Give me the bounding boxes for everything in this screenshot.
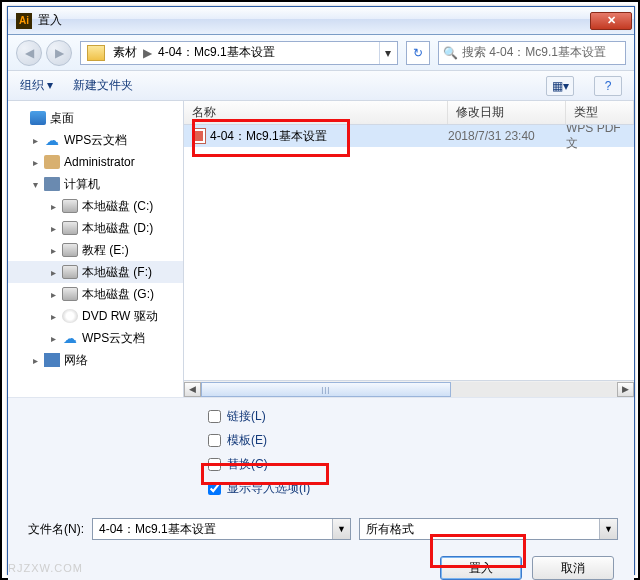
expand-icon[interactable]: ▾ xyxy=(30,179,40,190)
file-name: 4-04：Mc9.1基本设置 xyxy=(210,128,327,145)
back-button[interactable]: ◀ xyxy=(16,40,42,66)
tree-node[interactable]: ▸本地磁盘 (F:) xyxy=(8,261,183,283)
cancel-button[interactable]: 取消 xyxy=(532,556,614,580)
pdf-icon xyxy=(192,128,206,144)
file-date: 2018/7/31 23:40 xyxy=(448,129,566,143)
file-area: 名称 修改日期 类型 4-04：Mc9.1基本设置2018/7/31 23:40… xyxy=(184,101,634,397)
expand-icon[interactable]: ▸ xyxy=(48,245,58,256)
tree-node[interactable]: ▸本地磁盘 (C:) xyxy=(8,195,183,217)
filename-input[interactable]: 4-04：Mc9.1基本设置 ▼ xyxy=(92,518,351,540)
place-button[interactable]: 置入 xyxy=(440,556,522,580)
tree-node[interactable]: 桌面 xyxy=(8,107,183,129)
expand-icon[interactable]: ▸ xyxy=(48,267,58,278)
scroll-right[interactable]: ▶ xyxy=(617,382,634,397)
drive-icon xyxy=(62,199,78,213)
tree-node[interactable]: ▸Administrator xyxy=(8,151,183,173)
tree-label: 桌面 xyxy=(50,110,74,127)
tree-label: Administrator xyxy=(64,155,135,169)
template-checkbox[interactable]: 模板(E) xyxy=(208,428,634,452)
tree-label: 计算机 xyxy=(64,176,100,193)
filter-dropdown[interactable]: ▼ xyxy=(599,519,617,539)
expand-icon[interactable]: ▸ xyxy=(30,157,40,168)
toolbar: 组织 ▾ 新建文件夹 ▦▾ ? xyxy=(8,71,634,101)
crumb-2[interactable]: 4-04：Mc9.1基本设置 xyxy=(154,44,279,61)
new-folder-button[interactable]: 新建文件夹 xyxy=(73,77,133,94)
link-check[interactable] xyxy=(208,410,221,423)
help-button[interactable]: ? xyxy=(594,76,622,96)
col-type[interactable]: 类型 xyxy=(566,101,634,124)
tree-label: 本地磁盘 (D:) xyxy=(82,220,153,237)
tree-node[interactable]: ▸本地磁盘 (D:) xyxy=(8,217,183,239)
filename-label: 文件名(N): xyxy=(24,521,84,538)
tree-label: WPS云文档 xyxy=(64,132,127,149)
dvd-icon xyxy=(62,309,78,323)
filename-dropdown[interactable]: ▼ xyxy=(332,519,350,539)
tree-node[interactable]: ▸教程 (E:) xyxy=(8,239,183,261)
tree-label: 本地磁盘 (C:) xyxy=(82,198,153,215)
search-input[interactable]: 🔍 搜索 4-04：Mc9.1基本设置 xyxy=(438,41,626,65)
file-list[interactable]: 4-04：Mc9.1基本设置2018/7/31 23:40WPS PDF 文 xyxy=(184,125,634,380)
organize-button[interactable]: 组织 ▾ xyxy=(20,77,53,94)
replace-checkbox[interactable]: 替换(C) xyxy=(208,452,634,476)
drive-icon xyxy=(62,243,78,257)
tree-label: 教程 (E:) xyxy=(82,242,129,259)
close-button[interactable]: ✕ xyxy=(590,12,632,30)
show-import-checkbox[interactable]: 显示导入选项(I) xyxy=(208,476,634,500)
horizontal-scrollbar[interactable]: ◀ ||| ▶ xyxy=(184,380,634,397)
expand-icon[interactable]: ▸ xyxy=(48,223,58,234)
desktop-icon xyxy=(30,111,46,125)
tree-label: WPS云文档 xyxy=(82,330,145,347)
show-import-check[interactable] xyxy=(208,482,221,495)
tree-node[interactable]: ▸☁WPS云文档 xyxy=(8,327,183,349)
replace-check[interactable] xyxy=(208,458,221,471)
scroll-track[interactable]: ||| xyxy=(201,382,617,397)
col-date[interactable]: 修改日期 xyxy=(448,101,566,124)
scroll-left[interactable]: ◀ xyxy=(184,382,201,397)
tree-label: 网络 xyxy=(64,352,88,369)
template-check[interactable] xyxy=(208,434,221,447)
scroll-thumb[interactable]: ||| xyxy=(201,382,451,397)
folder-icon xyxy=(87,45,105,61)
expand-icon[interactable]: ▸ xyxy=(48,289,58,300)
column-headers[interactable]: 名称 修改日期 类型 xyxy=(184,101,634,125)
expand-icon[interactable]: ▸ xyxy=(48,311,58,322)
breadcrumb[interactable]: 素材 ▶ 4-04：Mc9.1基本设置 ▾ xyxy=(80,41,398,65)
tree-label: 本地磁盘 (F:) xyxy=(82,264,152,281)
cloud-icon: ☁ xyxy=(44,133,60,147)
options-panel: 链接(L) 模板(E) 替换(C) 显示导入选项(I) xyxy=(8,397,634,510)
expand-icon[interactable]: ▸ xyxy=(30,355,40,366)
forward-button[interactable]: ▶ xyxy=(46,40,72,66)
expand-icon[interactable]: ▸ xyxy=(48,201,58,212)
refresh-button[interactable]: ↻ xyxy=(406,41,430,65)
drive-icon xyxy=(62,221,78,235)
expand-icon[interactable]: ▸ xyxy=(48,333,58,344)
titlebar: Ai 置入 ✕ xyxy=(8,7,634,35)
col-name[interactable]: 名称 xyxy=(184,101,448,124)
net-icon xyxy=(44,353,60,367)
cloud-icon: ☁ xyxy=(62,331,78,345)
folder-tree[interactable]: 桌面▸☁WPS云文档▸Administrator▾计算机▸本地磁盘 (C:)▸本… xyxy=(8,101,184,397)
link-checkbox[interactable]: 链接(L) xyxy=(208,404,634,428)
tree-node[interactable]: ▸☁WPS云文档 xyxy=(8,129,183,151)
filter-select[interactable]: 所有格式 ▼ xyxy=(359,518,618,540)
path-dropdown[interactable]: ▾ xyxy=(379,42,395,64)
search-icon: 🔍 xyxy=(443,46,458,60)
pc-icon xyxy=(44,177,60,191)
tree-label: DVD RW 驱动 xyxy=(82,308,158,325)
tree-node[interactable]: ▸本地磁盘 (G:) xyxy=(8,283,183,305)
nav-bar: ◀ ▶ 素材 ▶ 4-04：Mc9.1基本设置 ▾ ↻ 🔍 搜索 4-04：Mc… xyxy=(8,35,634,71)
watermark: RJZXW.COM xyxy=(8,562,83,574)
crumb-1[interactable]: 素材 xyxy=(109,44,141,61)
user-icon xyxy=(44,155,60,169)
search-placeholder: 搜索 4-04：Mc9.1基本设置 xyxy=(462,44,606,61)
tree-node[interactable]: ▸DVD RW 驱动 xyxy=(8,305,183,327)
file-row[interactable]: 4-04：Mc9.1基本设置2018/7/31 23:40WPS PDF 文 xyxy=(184,125,634,147)
drive-icon xyxy=(62,265,78,279)
expand-icon[interactable]: ▸ xyxy=(30,135,40,146)
view-button[interactable]: ▦▾ xyxy=(546,76,574,96)
tree-node[interactable]: ▾计算机 xyxy=(8,173,183,195)
tree-node[interactable]: ▸网络 xyxy=(8,349,183,371)
place-dialog: Ai 置入 ✕ ◀ ▶ 素材 ▶ 4-04：Mc9.1基本设置 ▾ ↻ 🔍 搜索… xyxy=(7,6,635,575)
drive-icon xyxy=(62,287,78,301)
file-type: WPS PDF 文 xyxy=(566,125,634,152)
